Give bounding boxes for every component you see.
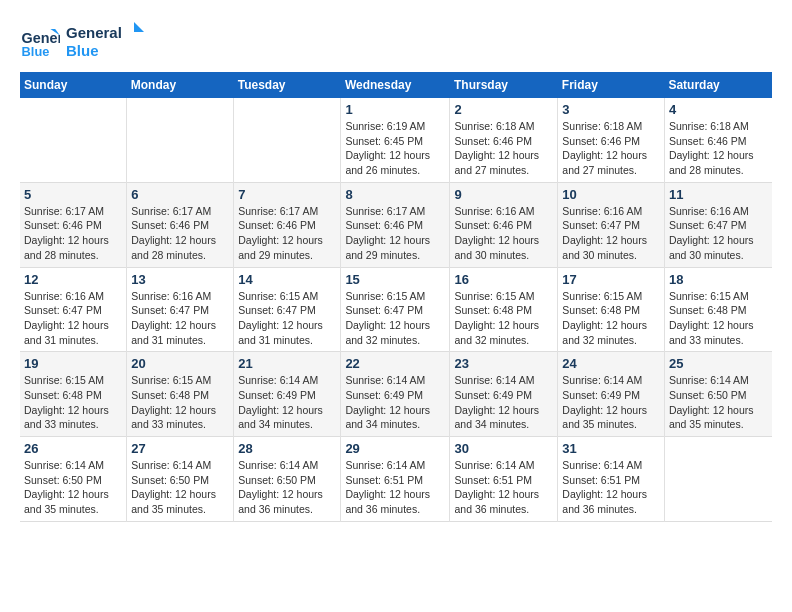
week-row-5: 26Sunrise: 6:14 AM Sunset: 6:50 PM Dayli…: [20, 437, 772, 522]
day-info: Sunrise: 6:16 AM Sunset: 6:47 PM Dayligh…: [131, 289, 229, 348]
calendar-cell: 18Sunrise: 6:15 AM Sunset: 6:48 PM Dayli…: [664, 267, 772, 352]
day-info: Sunrise: 6:14 AM Sunset: 6:50 PM Dayligh…: [131, 458, 229, 517]
calendar-cell: 24Sunrise: 6:14 AM Sunset: 6:49 PM Dayli…: [558, 352, 665, 437]
day-info: Sunrise: 6:14 AM Sunset: 6:49 PM Dayligh…: [454, 373, 553, 432]
day-header-thursday: Thursday: [450, 72, 558, 98]
day-number: 18: [669, 272, 768, 287]
day-info: Sunrise: 6:14 AM Sunset: 6:49 PM Dayligh…: [238, 373, 336, 432]
calendar-cell: 16Sunrise: 6:15 AM Sunset: 6:48 PM Dayli…: [450, 267, 558, 352]
calendar-cell: 7Sunrise: 6:17 AM Sunset: 6:46 PM Daylig…: [234, 182, 341, 267]
day-number: 23: [454, 356, 553, 371]
day-info: Sunrise: 6:15 AM Sunset: 6:48 PM Dayligh…: [562, 289, 660, 348]
day-info: Sunrise: 6:14 AM Sunset: 6:50 PM Dayligh…: [669, 373, 768, 432]
svg-text:Blue: Blue: [66, 42, 99, 59]
day-info: Sunrise: 6:16 AM Sunset: 6:47 PM Dayligh…: [562, 204, 660, 263]
calendar-cell: 29Sunrise: 6:14 AM Sunset: 6:51 PM Dayli…: [341, 437, 450, 522]
day-number: 9: [454, 187, 553, 202]
svg-marker-5: [134, 22, 144, 32]
day-info: Sunrise: 6:18 AM Sunset: 6:46 PM Dayligh…: [454, 119, 553, 178]
calendar-cell: 12Sunrise: 6:16 AM Sunset: 6:47 PM Dayli…: [20, 267, 127, 352]
calendar-cell: 19Sunrise: 6:15 AM Sunset: 6:48 PM Dayli…: [20, 352, 127, 437]
calendar-cell: 21Sunrise: 6:14 AM Sunset: 6:49 PM Dayli…: [234, 352, 341, 437]
calendar-cell: 23Sunrise: 6:14 AM Sunset: 6:49 PM Dayli…: [450, 352, 558, 437]
day-info: Sunrise: 6:14 AM Sunset: 6:51 PM Dayligh…: [562, 458, 660, 517]
day-number: 21: [238, 356, 336, 371]
calendar-cell: 3Sunrise: 6:18 AM Sunset: 6:46 PM Daylig…: [558, 98, 665, 182]
day-header-wednesday: Wednesday: [341, 72, 450, 98]
day-info: Sunrise: 6:15 AM Sunset: 6:48 PM Dayligh…: [131, 373, 229, 432]
day-number: 17: [562, 272, 660, 287]
day-number: 5: [24, 187, 122, 202]
day-info: Sunrise: 6:14 AM Sunset: 6:49 PM Dayligh…: [345, 373, 445, 432]
calendar-cell: 1Sunrise: 6:19 AM Sunset: 6:45 PM Daylig…: [341, 98, 450, 182]
days-header-row: SundayMondayTuesdayWednesdayThursdayFrid…: [20, 72, 772, 98]
day-number: 19: [24, 356, 122, 371]
calendar-table: SundayMondayTuesdayWednesdayThursdayFrid…: [20, 72, 772, 522]
day-info: Sunrise: 6:18 AM Sunset: 6:46 PM Dayligh…: [562, 119, 660, 178]
day-info: Sunrise: 6:19 AM Sunset: 6:45 PM Dayligh…: [345, 119, 445, 178]
calendar-cell: 6Sunrise: 6:17 AM Sunset: 6:46 PM Daylig…: [127, 182, 234, 267]
calendar-cell: 8Sunrise: 6:17 AM Sunset: 6:46 PM Daylig…: [341, 182, 450, 267]
day-number: 28: [238, 441, 336, 456]
day-header-sunday: Sunday: [20, 72, 127, 98]
calendar-cell: 10Sunrise: 6:16 AM Sunset: 6:47 PM Dayli…: [558, 182, 665, 267]
day-info: Sunrise: 6:17 AM Sunset: 6:46 PM Dayligh…: [345, 204, 445, 263]
svg-text:General: General: [66, 24, 122, 41]
calendar-cell: 25Sunrise: 6:14 AM Sunset: 6:50 PM Dayli…: [664, 352, 772, 437]
calendar-cell: 17Sunrise: 6:15 AM Sunset: 6:48 PM Dayli…: [558, 267, 665, 352]
day-info: Sunrise: 6:15 AM Sunset: 6:48 PM Dayligh…: [24, 373, 122, 432]
day-info: Sunrise: 6:15 AM Sunset: 6:48 PM Dayligh…: [669, 289, 768, 348]
day-number: 2: [454, 102, 553, 117]
day-info: Sunrise: 6:17 AM Sunset: 6:46 PM Dayligh…: [131, 204, 229, 263]
day-info: Sunrise: 6:17 AM Sunset: 6:46 PM Dayligh…: [238, 204, 336, 263]
logo: General Blue General Blue: [20, 20, 146, 62]
day-number: 26: [24, 441, 122, 456]
calendar-cell: 2Sunrise: 6:18 AM Sunset: 6:46 PM Daylig…: [450, 98, 558, 182]
day-number: 12: [24, 272, 122, 287]
calendar-cell: 9Sunrise: 6:16 AM Sunset: 6:46 PM Daylig…: [450, 182, 558, 267]
day-info: Sunrise: 6:16 AM Sunset: 6:46 PM Dayligh…: [454, 204, 553, 263]
calendar-cell: 30Sunrise: 6:14 AM Sunset: 6:51 PM Dayli…: [450, 437, 558, 522]
day-info: Sunrise: 6:16 AM Sunset: 6:47 PM Dayligh…: [669, 204, 768, 263]
day-number: 4: [669, 102, 768, 117]
day-number: 8: [345, 187, 445, 202]
day-info: Sunrise: 6:16 AM Sunset: 6:47 PM Dayligh…: [24, 289, 122, 348]
day-number: 16: [454, 272, 553, 287]
day-number: 3: [562, 102, 660, 117]
svg-text:Blue: Blue: [22, 44, 50, 59]
day-number: 6: [131, 187, 229, 202]
day-header-friday: Friday: [558, 72, 665, 98]
day-number: 25: [669, 356, 768, 371]
calendar-cell: 20Sunrise: 6:15 AM Sunset: 6:48 PM Dayli…: [127, 352, 234, 437]
day-info: Sunrise: 6:17 AM Sunset: 6:46 PM Dayligh…: [24, 204, 122, 263]
day-number: 22: [345, 356, 445, 371]
day-number: 10: [562, 187, 660, 202]
day-info: Sunrise: 6:18 AM Sunset: 6:46 PM Dayligh…: [669, 119, 768, 178]
calendar-cell: 26Sunrise: 6:14 AM Sunset: 6:50 PM Dayli…: [20, 437, 127, 522]
day-info: Sunrise: 6:14 AM Sunset: 6:51 PM Dayligh…: [454, 458, 553, 517]
day-number: 1: [345, 102, 445, 117]
day-number: 29: [345, 441, 445, 456]
calendar-cell: 28Sunrise: 6:14 AM Sunset: 6:50 PM Dayli…: [234, 437, 341, 522]
day-number: 11: [669, 187, 768, 202]
day-info: Sunrise: 6:14 AM Sunset: 6:50 PM Dayligh…: [238, 458, 336, 517]
day-header-tuesday: Tuesday: [234, 72, 341, 98]
day-info: Sunrise: 6:14 AM Sunset: 6:50 PM Dayligh…: [24, 458, 122, 517]
week-row-3: 12Sunrise: 6:16 AM Sunset: 6:47 PM Dayli…: [20, 267, 772, 352]
day-number: 13: [131, 272, 229, 287]
day-info: Sunrise: 6:15 AM Sunset: 6:48 PM Dayligh…: [454, 289, 553, 348]
day-info: Sunrise: 6:14 AM Sunset: 6:51 PM Dayligh…: [345, 458, 445, 517]
week-row-2: 5Sunrise: 6:17 AM Sunset: 6:46 PM Daylig…: [20, 182, 772, 267]
calendar-cell: [234, 98, 341, 182]
week-row-4: 19Sunrise: 6:15 AM Sunset: 6:48 PM Dayli…: [20, 352, 772, 437]
page-header: General Blue General Blue: [20, 20, 772, 62]
calendar-cell: 15Sunrise: 6:15 AM Sunset: 6:47 PM Dayli…: [341, 267, 450, 352]
day-number: 14: [238, 272, 336, 287]
logo-icon: General Blue: [20, 21, 60, 61]
day-info: Sunrise: 6:15 AM Sunset: 6:47 PM Dayligh…: [345, 289, 445, 348]
calendar-cell: 27Sunrise: 6:14 AM Sunset: 6:50 PM Dayli…: [127, 437, 234, 522]
calendar-cell: 31Sunrise: 6:14 AM Sunset: 6:51 PM Dayli…: [558, 437, 665, 522]
day-number: 15: [345, 272, 445, 287]
day-header-monday: Monday: [127, 72, 234, 98]
day-number: 20: [131, 356, 229, 371]
